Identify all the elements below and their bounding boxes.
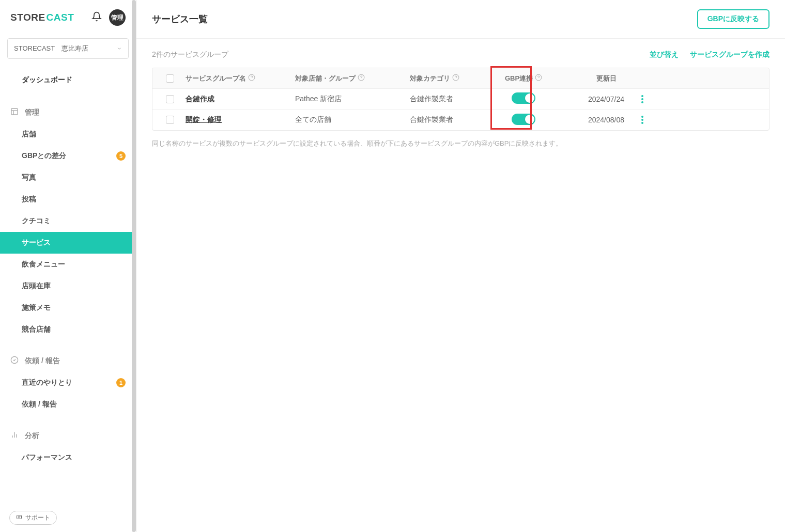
nav-item-label: 投稿 — [22, 195, 36, 204]
service-name-link[interactable]: 開錠・修理 — [186, 115, 222, 123]
nav-item[interactable]: 競合店舗 — [0, 319, 136, 340]
nav-section-header: 分析 — [0, 425, 136, 447]
sidebar-scrollbar[interactable] — [132, 0, 136, 532]
help-icon[interactable] — [535, 74, 542, 83]
th-name: サービスグループ名 — [186, 74, 246, 83]
nav-item[interactable]: 直近のやりとり1 — [0, 372, 136, 394]
nav-item-label: 店舗 — [22, 130, 36, 139]
logo-part1: STORE — [10, 12, 45, 23]
nav-section-header: 依頼 / 報告 — [0, 350, 136, 372]
table-row: 合鍵作成Pathee 新宿店合鍵作製業者2024/07/24 — [152, 89, 769, 109]
nav-item-label: 直近のやりとり — [22, 378, 72, 387]
gbp-toggle[interactable] — [512, 114, 535, 125]
nav-item[interactable]: パフォーマンス — [0, 447, 136, 468]
support-button[interactable]: サポート — [9, 511, 57, 525]
nav-item-label: 競合店舗 — [22, 325, 51, 334]
th-date: 更新日 — [596, 74, 617, 82]
nav-badge: 5 — [116, 151, 126, 161]
table-row: 開錠・修理全ての店舗合鍵作製業者2024/08/08 — [152, 109, 769, 130]
gbp-reflect-button[interactable]: GBPに反映する — [697, 9, 769, 29]
row-category: 合鍵作製業者 — [410, 115, 492, 124]
nav-section-label: 依頼 / 報告 — [25, 356, 60, 366]
nav-section-header: 管理 — [0, 101, 136, 123]
row-date: 2024/07/24 — [555, 95, 632, 103]
page-title: サービス一覧 — [152, 13, 208, 25]
nav-item-label: パフォーマンス — [22, 453, 72, 462]
store-select-text: STORECAST 恵比寿店 — [14, 44, 88, 53]
svg-rect-7 — [17, 515, 22, 519]
nav-item-label: GBPとの差分 — [22, 151, 66, 161]
nav-item[interactable]: 店舗 — [0, 123, 136, 145]
admin-badge[interactable]: 管理 — [109, 9, 126, 26]
row-store: 全ての店舗 — [295, 115, 410, 124]
th-gbp: GBP連携 — [505, 74, 533, 83]
select-all-checkbox[interactable] — [166, 74, 174, 83]
th-store: 対象店舗・グループ — [295, 74, 356, 83]
service-table: サービスグループ名 対象店舗・グループ 対象カテゴリ GBP連携 更新日 合鍵作… — [152, 68, 769, 131]
gbp-toggle[interactable] — [512, 92, 535, 104]
nav-item-label: クチコミ — [22, 216, 51, 226]
main-header: サービス一覧 GBPに反映する — [136, 0, 785, 39]
nav-item[interactable]: 投稿 — [0, 189, 136, 210]
help-icon[interactable] — [452, 74, 459, 83]
nav-item[interactable]: GBPとの差分5 — [0, 145, 136, 167]
nav-item-label: 飲食メニュー — [22, 260, 65, 269]
nav-item-label: 写真 — [22, 173, 36, 182]
nav-item-label: 店頭在庫 — [22, 281, 51, 291]
help-icon[interactable] — [358, 74, 365, 83]
section-icon — [10, 356, 19, 366]
nav-section-label: 管理 — [25, 108, 39, 117]
nav-item[interactable]: 写真 — [0, 167, 136, 189]
section-icon — [10, 107, 19, 117]
svg-rect-0 — [11, 108, 18, 115]
nav-item[interactable]: 施策メモ — [0, 297, 136, 319]
nav-item[interactable]: 店頭在庫 — [0, 275, 136, 297]
create-group-link[interactable]: サービスグループを作成 — [690, 50, 769, 59]
row-checkbox[interactable] — [166, 95, 174, 103]
row-menu-button[interactable] — [641, 95, 643, 103]
section-icon — [10, 431, 19, 441]
nav-dashboard-label: ダッシュボード — [22, 75, 72, 85]
nav-item[interactable]: サービス — [0, 232, 136, 254]
logo-part2: CAST — [47, 12, 74, 23]
note-text: 同じ名称のサービスが複数のサービスグループに設定されている場合、順番が下にあるサ… — [152, 139, 769, 148]
nav-dashboard[interactable]: ダッシュボード — [0, 68, 136, 92]
service-name-link[interactable]: 合鍵作成 — [186, 95, 214, 103]
main: サービス一覧 GBPに反映する 2件のサービスグループ 並び替え サービスグルー… — [136, 0, 785, 532]
nav-item-label: 施策メモ — [22, 303, 51, 312]
row-category: 合鍵作製業者 — [410, 95, 492, 104]
nav-item-label: サービス — [22, 238, 51, 247]
nav-item-label: 依頼 / 報告 — [22, 400, 57, 409]
nav-item[interactable]: 飲食メニュー — [0, 254, 136, 275]
logo[interactable]: STORECAST — [10, 12, 74, 23]
store-select[interactable]: STORECAST 恵比寿店 — [7, 38, 129, 59]
row-store: Pathee 新宿店 — [295, 95, 410, 104]
sidebar: STORECAST 管理 STORECAST 恵比寿店 ダッシュボード 管理店舗… — [0, 0, 136, 532]
table-header-row: サービスグループ名 対象店舗・グループ 対象カテゴリ GBP連携 更新日 — [152, 68, 769, 89]
bell-icon[interactable] — [91, 11, 102, 24]
row-checkbox[interactable] — [166, 116, 174, 124]
chevron-down-icon — [117, 45, 122, 53]
support-label: サポート — [25, 513, 50, 522]
nav-section-label: 分析 — [25, 431, 39, 441]
sort-link[interactable]: 並び替え — [650, 50, 679, 59]
nav: ダッシュボード 管理店舗GBPとの差分5写真投稿クチコミサービス飲食メニュー店頭… — [0, 68, 136, 532]
nav-item[interactable]: 依頼 / 報告 — [0, 394, 136, 415]
row-menu-button[interactable] — [641, 116, 643, 124]
help-icon[interactable] — [248, 74, 255, 83]
th-category: 対象カテゴリ — [410, 74, 450, 83]
count-text: 2件のサービスグループ — [152, 50, 228, 59]
nav-item[interactable]: クチコミ — [0, 210, 136, 232]
nav-badge: 1 — [116, 378, 126, 387]
support-icon — [16, 514, 22, 522]
row-date: 2024/08/08 — [555, 116, 632, 124]
